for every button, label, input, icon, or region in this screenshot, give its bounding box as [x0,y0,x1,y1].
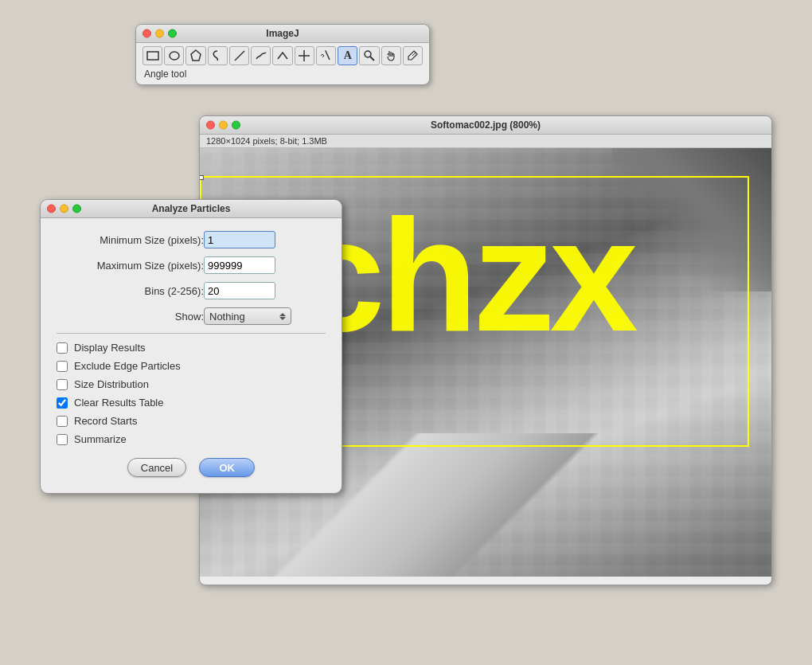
maximize-button[interactable] [168,29,177,38]
min-size-label: Minimum Size (pixels): [57,234,204,246]
clear-results-row: Clear Results Table [57,397,326,409]
exclude-edge-label: Exclude Edge Particles [74,360,181,372]
up-arrow-icon [279,313,286,316]
imagej-title: ImageJ [266,28,299,39]
svg-line-10 [412,53,416,56]
toolbar-body: A [136,43,429,84]
summarize-row: Summarize [57,433,326,445]
dark-corner [612,148,771,291]
summarize-label: Summarize [74,433,127,445]
svg-marker-2 [191,50,201,61]
rectangle-tool[interactable] [142,46,162,65]
exclude-edge-row: Exclude Edge Particles [57,360,326,372]
show-row: Show: Nothing [57,307,326,325]
size-distribution-label: Size Distribution [74,378,149,390]
image-close-button[interactable] [206,121,215,130]
dialog-close-button[interactable] [47,205,56,213]
bins-input[interactable] [204,282,275,299]
bins-row: Bins (2-256): [57,282,326,299]
image-title: Softomac002.jpg (800%) [431,119,541,131]
image-traffic-lights [206,121,240,130]
line-tool[interactable] [229,46,249,65]
dialog-minimize-button[interactable] [60,205,68,213]
minimize-button[interactable] [155,29,164,38]
exclude-edge-checkbox[interactable] [57,361,68,372]
show-value: Nothing [209,311,245,323]
toolbar-icons: A [142,46,423,65]
active-tool-label: Angle tool [142,68,423,80]
traffic-lights [142,29,177,38]
display-results-checkbox[interactable] [57,342,68,354]
record-starts-checkbox[interactable] [57,416,68,427]
image-titlebar: Softomac002.jpg (800%) [200,116,771,135]
image-info-text: 1280×1024 pixels; 8-bit; 1.3MB [206,136,327,146]
cancel-button[interactable]: Cancel [127,458,186,477]
analyze-particles-dialog: Analyze Particles Minimum Size (pixels):… [40,199,342,494]
image-info-bar: 1280×1024 pixels; 8-bit; 1.3MB [200,135,771,148]
clear-results-label: Clear Results Table [74,397,163,409]
svg-point-1 [170,52,179,60]
freeline-tool[interactable] [251,46,271,65]
svg-rect-0 [147,52,158,60]
svg-point-8 [365,51,371,57]
oval-tool[interactable] [164,46,184,65]
svg-line-3 [235,51,244,61]
hand-tool[interactable] [381,46,401,65]
dropper-tool[interactable] [403,46,423,65]
display-results-row: Display Results [57,342,326,354]
min-size-input[interactable] [204,231,275,248]
text-tool[interactable]: A [338,46,357,65]
down-arrow-icon [279,317,286,320]
polygon-tool[interactable] [185,46,205,65]
image-maximize-button[interactable] [232,121,240,130]
dialog-traffic-lights [47,205,81,213]
imagej-toolbar-window: ImageJ [135,24,430,85]
dialog-titlebar: Analyze Particles [41,200,342,218]
dialog-buttons: Cancel OK [57,458,326,477]
display-results-label: Display Results [74,342,146,354]
svg-line-9 [370,57,374,61]
close-button[interactable] [142,29,151,38]
summarize-checkbox[interactable] [57,434,68,445]
crosshair-tool[interactable] [295,46,314,65]
bins-label: Bins (2-256): [57,285,204,297]
dialog-body: Minimum Size (pixels): Maximum Size (pix… [41,218,342,493]
record-starts-row: Record Starts [57,415,326,427]
show-dropdown[interactable]: Nothing [204,307,291,325]
wand-tool[interactable] [316,46,336,65]
max-size-row: Maximum Size (pixels): [57,256,326,274]
dialog-maximize-button[interactable] [72,205,81,213]
max-size-label: Maximum Size (pixels): [57,260,204,272]
ok-button[interactable]: OK [199,458,255,477]
clear-results-checkbox[interactable] [57,397,68,409]
imagej-titlebar: ImageJ [136,25,429,43]
max-size-input[interactable] [204,256,275,274]
min-size-row: Minimum Size (pixels): [57,231,326,248]
separator [57,333,326,334]
angle-tool[interactable] [272,46,292,65]
size-distribution-checkbox[interactable] [57,379,68,390]
record-starts-label: Record Starts [74,415,137,427]
image-minimize-button[interactable] [219,121,228,130]
show-dropdown-arrow [279,313,286,320]
svg-line-7 [326,51,330,60]
show-label: Show: [57,311,204,323]
dialog-title: Analyze Particles [152,203,231,214]
magnifier-tool[interactable] [359,46,379,65]
size-dist-row: Size Distribution [57,378,326,390]
freehand-tool[interactable] [208,46,228,65]
